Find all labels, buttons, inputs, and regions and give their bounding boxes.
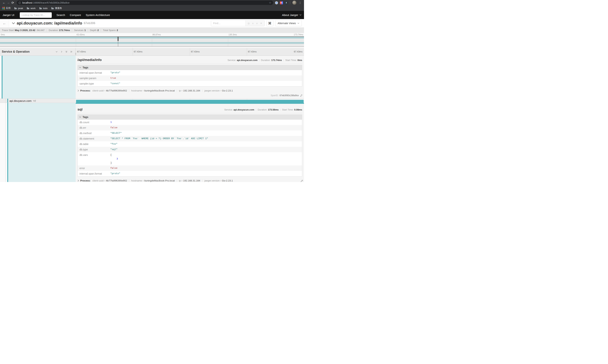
nav-item-search[interactable]: Search bbox=[56, 13, 65, 16]
bookmark-star-icon[interactable]: ☆ bbox=[269, 1, 271, 4]
process-pair: ip=192.168.31.164 bbox=[179, 89, 200, 92]
process-pair: jaeger.version=Go-2.23.1 bbox=[204, 89, 233, 92]
browser-menu-icon[interactable]: ⋮ bbox=[298, 1, 302, 4]
tag-row: db.err false bbox=[78, 125, 302, 130]
tag-key: db.type bbox=[78, 147, 109, 152]
span1-spanid-row: SpanID: 67eb3063c288a9ce bbox=[78, 94, 302, 97]
duration-label: Duration: bbox=[261, 59, 271, 62]
url-path: :16686/trace/67eb3063c288a9ce bbox=[32, 1, 69, 4]
chevron-right-icon bbox=[78, 180, 79, 182]
span-row-service: api.douyacun.com bbox=[9, 99, 32, 102]
span1-tags-header[interactable]: Tags bbox=[78, 65, 302, 70]
tag-value: "sql" bbox=[109, 147, 302, 152]
process-pair: hostname=liuningdeMacBook-Pro.local bbox=[131, 89, 175, 92]
service-label: Service: bbox=[228, 59, 236, 62]
minimap-scrubber-handle[interactable] bbox=[118, 37, 118, 41]
browser-forward-icon[interactable]: → bbox=[6, 1, 11, 4]
nav-item-system-architecture[interactable]: System Architecture bbox=[86, 13, 110, 16]
service-value: api.douyacun.com bbox=[233, 108, 254, 111]
minimap-span-bar bbox=[0, 42, 304, 44]
folder-icon bbox=[39, 7, 42, 9]
span2-tags-header[interactable]: Tags bbox=[78, 115, 302, 120]
browser-back-icon[interactable]: ← bbox=[2, 1, 6, 4]
keyboard-shortcuts-button[interactable]: ⌘ bbox=[266, 20, 273, 26]
minimap-canvas[interactable] bbox=[0, 36, 304, 47]
trace-timeline-body: /api/media/info Service:api.douyacun.com… bbox=[0, 56, 304, 182]
span2-process-header[interactable]: Process: client-uuid=4b77fa996390e902 ho… bbox=[78, 179, 302, 182]
span2-tags-accordion: Tags db.count 1 db.err false db.method "… bbox=[78, 115, 302, 177]
jaeger-brand-link[interactable]: Jaeger UI bbox=[2, 13, 14, 16]
sql-span-bar[interactable] bbox=[76, 100, 304, 103]
tick-label: 0ms bbox=[1, 33, 5, 36]
tag-key: db.count bbox=[78, 120, 109, 125]
tag-value: false bbox=[109, 125, 302, 130]
span-row-sql[interactable]: api.douyacun.com sql bbox=[0, 99, 304, 103]
minimap-span-bar bbox=[0, 37, 304, 39]
tag-key: sampler.param bbox=[78, 76, 109, 81]
collapse-trace-chevron-icon[interactable] bbox=[12, 22, 15, 24]
expand-one-icon[interactable] bbox=[60, 51, 63, 53]
clear-find-icon[interactable]: ✕ bbox=[260, 22, 262, 25]
bookmark-folder-microservice[interactable]: 微服务 bbox=[51, 7, 62, 10]
stat-divider bbox=[88, 29, 88, 32]
folder-icon bbox=[27, 7, 29, 9]
duration-value: 173.74ms bbox=[271, 59, 282, 62]
tag-key: internal.span.format bbox=[78, 171, 109, 176]
bookmark-apps[interactable]: 应用 bbox=[2, 7, 11, 10]
link-icon[interactable] bbox=[300, 94, 302, 97]
span1-tags-accordion: Tags internal.span.format "proto" sample… bbox=[78, 65, 302, 87]
extensions-area: FE X ⋮ bbox=[275, 1, 302, 5]
jaeger-navbar: Jaeger UI Search Compare System Architec… bbox=[0, 11, 304, 19]
tag-row-db-vars: db.vars [3] bbox=[78, 152, 302, 166]
focus-match-icon[interactable]: ◎ bbox=[247, 22, 250, 25]
prev-match-icon[interactable]: ∧ bbox=[252, 22, 254, 25]
link-icon[interactable] bbox=[300, 180, 303, 182]
expand-all-icon[interactable] bbox=[70, 51, 73, 53]
site-info-icon[interactable]: i bbox=[18, 2, 21, 4]
span-row-name-cell[interactable]: api.douyacun.com sql bbox=[0, 99, 76, 103]
start-time-value: 0ms bbox=[298, 59, 302, 62]
tag-value: true bbox=[109, 76, 302, 81]
depth-label: Depth bbox=[90, 29, 97, 32]
service-operation-header: Service & Operation bbox=[0, 48, 76, 55]
ruler-tick-label: 67.43ms bbox=[294, 51, 303, 53]
nav-item-compare[interactable]: Compare bbox=[70, 13, 81, 16]
bookmark-label: 应用 bbox=[6, 7, 11, 10]
folder-icon bbox=[51, 7, 54, 9]
apps-grid-icon bbox=[2, 7, 5, 9]
browser-reload-icon[interactable]: ⟳ bbox=[11, 1, 15, 5]
duration-label: Duration bbox=[49, 29, 58, 32]
tag-value: false bbox=[109, 166, 302, 171]
chevron-right-icon bbox=[78, 90, 79, 92]
service-value: api.douyacun.com bbox=[237, 59, 258, 62]
back-button[interactable]: ← bbox=[0, 19, 9, 27]
bookmark-folder-work[interactable]: work bbox=[27, 7, 35, 10]
next-match-icon[interactable]: ∨ bbox=[256, 22, 258, 25]
trace-id-short: 67eb306 bbox=[84, 22, 95, 25]
extension-fe-icon[interactable]: FE bbox=[280, 1, 283, 4]
trace-start-label: Trace Start bbox=[2, 29, 14, 32]
extension-circle-icon[interactable] bbox=[275, 1, 278, 4]
span1-process-header[interactable]: Process: client-uuid=4b77fa996390e902 ho… bbox=[78, 89, 302, 92]
profile-avatar[interactable] bbox=[292, 1, 296, 5]
span1-indent-column bbox=[0, 56, 76, 99]
span2-operation-name: sql bbox=[78, 107, 82, 111]
extension-x-icon[interactable]: X bbox=[285, 1, 288, 4]
tag-row: db.count 1 bbox=[78, 120, 302, 125]
alternate-views-button[interactable]: Alternate Views bbox=[275, 20, 302, 26]
span1-meta: Service:api.douyacun.com Duration:173.74… bbox=[228, 59, 302, 62]
find-input[interactable] bbox=[211, 20, 245, 26]
address-bar[interactable]: i localhost:16686/trace/67eb3063c288a9ce… bbox=[17, 0, 273, 5]
trace-id-lookup-input[interactable] bbox=[20, 12, 52, 18]
bookmark-label: peak bbox=[18, 7, 23, 10]
timeline-ruler: 67.43ms 67.43ms 67.43ms 67.43ms 67.43ms bbox=[76, 48, 304, 55]
tag-row: db.method "SELECT" bbox=[78, 130, 302, 136]
collapse-one-icon[interactable] bbox=[55, 51, 58, 53]
bookmark-folder-peak[interactable]: peak bbox=[14, 7, 23, 10]
span-row-timeline-cell[interactable] bbox=[76, 99, 304, 103]
span2-detail-content: sql Service:api.douyacun.com Duration:17… bbox=[76, 104, 304, 182]
collapse-all-icon[interactable] bbox=[65, 51, 68, 53]
tag-value: "const" bbox=[109, 81, 302, 86]
about-jaeger-menu[interactable]: About Jaeger bbox=[282, 13, 301, 16]
bookmark-folder-todo[interactable]: todo bbox=[39, 7, 48, 10]
